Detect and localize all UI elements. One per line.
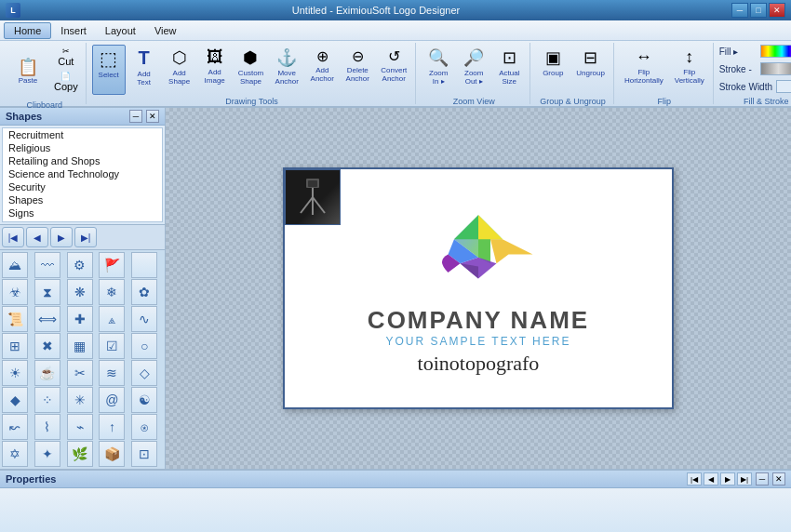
shape-icon-sun[interactable]: ☀ bbox=[2, 360, 28, 386]
shape-icon-dots[interactable]: ⁘ bbox=[34, 387, 60, 413]
add-shape-button[interactable]: ⬡ AddShape bbox=[163, 45, 196, 95]
shape-icon-wave2[interactable]: ≋ bbox=[99, 360, 125, 386]
convert-anchor-button[interactable]: ↺ ConvertAnchor bbox=[376, 45, 411, 95]
copy-button[interactable]: 📄 Copy bbox=[50, 70, 82, 94]
shape-icon-misc[interactable]: ⍟ bbox=[131, 414, 157, 440]
prop-nav-next[interactable]: ▶ bbox=[720, 472, 735, 485]
category-security[interactable]: Security bbox=[3, 180, 162, 193]
cut-button[interactable]: ✂ Cut bbox=[50, 45, 82, 69]
shape-icon-arrows[interactable]: ⟺ bbox=[34, 306, 60, 332]
shape-icon-swirl[interactable]: ⟁ bbox=[99, 306, 125, 332]
category-sports[interactable]: Sports and Leisure bbox=[3, 219, 162, 222]
shape-category-list[interactable]: Recruitment Religious Retailing and Shop… bbox=[2, 127, 163, 222]
paste-button[interactable]: 📋 Paste bbox=[7, 45, 48, 99]
zoom-out-button[interactable]: 🔎 ZoomOut ▸ bbox=[457, 45, 490, 95]
shape-icon-wave[interactable]: 〰 bbox=[34, 252, 60, 278]
add-text-button[interactable]: T AddText bbox=[127, 45, 161, 95]
shape-icon-extra[interactable]: ⊡ bbox=[131, 441, 157, 467]
shape-icon-box[interactable]: 📦 bbox=[99, 441, 125, 467]
shape-icon-wave3[interactable]: ⌁ bbox=[67, 414, 93, 440]
shape-icon-biohazard[interactable]: ☣ bbox=[2, 279, 28, 305]
prop-nav-last[interactable]: ▶| bbox=[737, 472, 752, 485]
company-name: COMPANY NAME bbox=[368, 306, 589, 335]
custom-shape-button[interactable]: ⬢ CustomShape bbox=[234, 45, 269, 95]
close-button[interactable]: ✕ bbox=[769, 3, 785, 18]
shape-icon-hourglass[interactable]: ⧗ bbox=[34, 279, 60, 305]
menu-bar: Home Insert Layout View bbox=[0, 20, 791, 41]
shape-icon-yin[interactable]: ☯ bbox=[131, 387, 157, 413]
shape-icon-cross2[interactable]: ✖ bbox=[34, 333, 60, 359]
shape-icon-up-arrow[interactable]: ↑ bbox=[99, 414, 125, 440]
shape-icon-curve[interactable]: ∿ bbox=[131, 306, 157, 332]
shape-icon-scroll[interactable] bbox=[131, 252, 157, 278]
shape-icon-diamond[interactable]: ◇ bbox=[131, 360, 157, 386]
category-religious[interactable]: Religious bbox=[3, 141, 162, 154]
flip-v-button[interactable]: ↕ FlipVertically bbox=[670, 45, 709, 95]
menu-layout[interactable]: Layout bbox=[96, 23, 145, 38]
menu-home[interactable]: Home bbox=[4, 22, 51, 39]
shape-icon-check[interactable]: ☑ bbox=[99, 333, 125, 359]
shape-icon-swirl2[interactable]: ↜ bbox=[2, 414, 28, 440]
shape-icon-grid[interactable]: ▦ bbox=[67, 333, 93, 359]
shape-icon-feather[interactable]: ⌇ bbox=[34, 414, 60, 440]
shape-icon-sun2[interactable]: ✡ bbox=[2, 441, 28, 467]
shapes-panel-header: Shapes ─ ✕ bbox=[0, 108, 165, 126]
ungroup-button[interactable]: ⊟ Ungroup bbox=[571, 45, 610, 95]
stroke-bar[interactable] bbox=[760, 62, 791, 75]
nav-play-button[interactable]: ▶ bbox=[50, 227, 73, 247]
nav-last-button[interactable]: ▶| bbox=[74, 227, 97, 247]
category-science[interactable]: Science and Technology bbox=[3, 167, 162, 180]
shape-icon-spiral[interactable]: @ bbox=[99, 387, 125, 413]
panel-collapse-btn[interactable]: ─ bbox=[129, 110, 142, 123]
fill-color-bar[interactable] bbox=[760, 45, 791, 58]
category-recruitment[interactable]: Recruitment bbox=[3, 128, 162, 141]
ribbon: 📋 Paste ✂ Cut 📄 Copy Clipboard ⬚ Select … bbox=[0, 41, 791, 108]
shape-icon-coffee[interactable]: ☕ bbox=[34, 360, 60, 386]
properties-close-btn[interactable]: ✕ bbox=[772, 472, 785, 485]
actual-size-button[interactable]: ⊡ ActualSize bbox=[492, 45, 526, 95]
shape-icon-starburst[interactable]: ✳ bbox=[67, 387, 93, 413]
add-anchor-button[interactable]: ⊕ AddAnchor bbox=[305, 45, 339, 95]
menu-view[interactable]: View bbox=[145, 23, 186, 38]
shape-icon-starburst2[interactable]: ✦ bbox=[34, 441, 60, 467]
shape-icon-snowflake[interactable]: ❄ bbox=[99, 279, 125, 305]
add-image-button[interactable]: 🖼 AddImage bbox=[198, 45, 232, 95]
menu-insert[interactable]: Insert bbox=[51, 23, 96, 38]
shape-icon-diamond2[interactable]: ◆ bbox=[2, 387, 28, 413]
add-image-icon: 🖼 bbox=[207, 47, 223, 67]
delete-anchor-button[interactable]: ⊖ DeleteAnchor bbox=[341, 45, 374, 95]
nav-first-button[interactable]: |◀ bbox=[2, 227, 24, 247]
shape-icon-shield[interactable]: ⊞ bbox=[2, 333, 28, 359]
shape-icon-tree[interactable]: 🌿 bbox=[67, 441, 93, 467]
panel-close-btn[interactable]: ✕ bbox=[146, 110, 159, 123]
shape-icon-scissors[interactable]: ✂ bbox=[67, 360, 93, 386]
stroke-width-bar[interactable] bbox=[776, 80, 791, 93]
prop-nav-prev[interactable]: ◀ bbox=[704, 472, 718, 485]
shape-icon-flower[interactable]: ✿ bbox=[131, 279, 157, 305]
category-signs[interactable]: Signs bbox=[3, 206, 162, 219]
nav-prev-button[interactable]: ◀ bbox=[26, 227, 48, 247]
minimize-button[interactable]: ─ bbox=[731, 3, 748, 18]
group-button[interactable]: ▣ Group bbox=[536, 45, 570, 95]
flip-h-button[interactable]: ↔ FlipHorizontally bbox=[620, 45, 668, 95]
select-button[interactable]: ⬚ Select bbox=[92, 45, 126, 95]
shape-icon-circle[interactable]: ○ bbox=[131, 333, 157, 359]
prop-nav-first[interactable]: |◀ bbox=[687, 472, 702, 485]
shape-icon-scroll2[interactable]: 📜 bbox=[2, 306, 28, 332]
shape-icon-flag[interactable]: 🚩 bbox=[99, 252, 125, 278]
maximize-button[interactable]: □ bbox=[750, 3, 767, 18]
thumbnail-svg bbox=[289, 174, 336, 220]
category-shapes[interactable]: Shapes bbox=[3, 193, 162, 206]
flip-v-icon: ↕ bbox=[685, 47, 693, 67]
category-retailing[interactable]: Retailing and Shops bbox=[3, 154, 162, 167]
convert-anchor-icon: ↺ bbox=[388, 47, 400, 65]
shape-icon-mountain[interactable]: ⛰ bbox=[2, 252, 28, 278]
move-anchor-button[interactable]: ⚓ MoveAnchor bbox=[270, 45, 303, 95]
shape-icon-cross[interactable]: ✚ bbox=[67, 306, 93, 332]
zoom-in-button[interactable]: 🔍 ZoomIn ▸ bbox=[422, 45, 455, 95]
flip-label: Flip bbox=[658, 97, 672, 106]
properties-collapse-btn[interactable]: ─ bbox=[756, 472, 769, 485]
shape-icon-gear[interactable]: ⚙ bbox=[67, 252, 93, 278]
shape-icon-pattern1[interactable]: ❋ bbox=[67, 279, 93, 305]
title-bar-left: L bbox=[6, 3, 20, 18]
